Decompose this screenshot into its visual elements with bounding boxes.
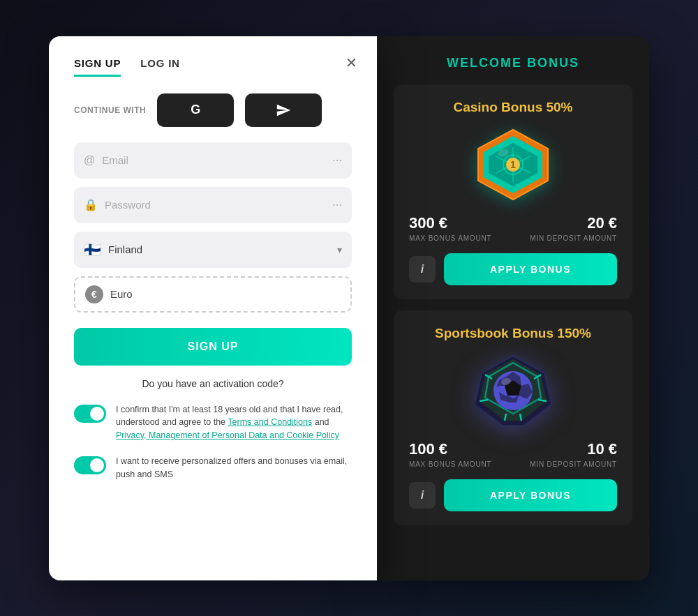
terms-toggle-row: I confirm that I'm at least 18 years old… [74, 403, 352, 442]
euro-icon: € [85, 285, 103, 303]
sports-gem-icon [471, 352, 555, 429]
telegram-icon [276, 103, 291, 118]
flag-icon: 🇫🇮 [84, 241, 101, 258]
sports-min-deposit: 10 € MIN DEPOSIT AMOUNT [530, 440, 617, 468]
casino-bonus-percent: 50% [546, 100, 572, 114]
sports-bonus-percent: 150% [557, 326, 591, 340]
chevron-down-icon: ▾ [337, 244, 342, 255]
close-button[interactable]: ✕ [346, 54, 357, 71]
currency-label: Euro [110, 288, 133, 300]
telegram-signin-button[interactable] [245, 93, 322, 127]
casino-info-button[interactable]: i [409, 256, 436, 283]
password-field-group: 🔒 ⋯ [74, 187, 352, 223]
casino-bonus-title: Casino Bonus 50% [409, 100, 617, 115]
casino-bonus-image: 1 [409, 126, 617, 203]
activation-code-text: Do you have an activation code? [74, 378, 352, 389]
casino-apply-row: i APPLY BONUS [409, 253, 617, 285]
email-field-group: @ ⋯ [74, 142, 352, 179]
password-visibility-icon[interactable]: ⋯ [332, 200, 342, 211]
sports-apply-row: i APPLY BONUS [409, 479, 617, 511]
signup-button[interactable]: SIGN UP [74, 328, 352, 366]
sports-bonus-title: Sportsbook Bonus 150% [409, 326, 617, 341]
sports-max-amount: 100 € MAX BONUS AMOUNT [409, 440, 491, 468]
signup-panel: SIGN UP LOG IN ✕ CONTINUE WITH G @ ⋯ 🔒 ⋯… [49, 36, 377, 580]
offers-toggle-text: I want to receive personalized offers an… [116, 455, 352, 481]
offers-toggle[interactable] [74, 456, 106, 474]
tab-login[interactable]: LOG IN [140, 57, 179, 77]
password-input[interactable] [105, 199, 325, 211]
offers-toggle-row: I want to receive personalized offers an… [74, 455, 352, 481]
casino-max-amount: 300 € MAX BONUS AMOUNT [409, 214, 491, 242]
currency-field-group: € Euro [74, 276, 352, 313]
welcome-bonus-title: WELCOME BONUS [394, 56, 632, 70]
casino-apply-bonus-button[interactable]: APPLY BONUS [444, 253, 617, 285]
email-input[interactable] [102, 154, 325, 166]
modal-overlay: SIGN UP LOG IN ✕ CONTINUE WITH G @ ⋯ 🔒 ⋯… [0, 0, 698, 616]
tabs: SIGN UP LOG IN [74, 57, 352, 77]
lock-icon: 🔒 [84, 198, 98, 211]
email-extra-icon: ⋯ [332, 155, 342, 166]
sports-info-button[interactable]: i [409, 482, 436, 509]
terms-toggle[interactable] [74, 405, 106, 423]
sports-apply-bonus-button[interactable]: APPLY BONUS [444, 479, 617, 511]
sports-bonus-image [409, 352, 617, 429]
sports-bonus-amounts: 100 € MAX BONUS AMOUNT 10 € MIN DEPOSIT … [409, 440, 617, 468]
terms-conditions-link[interactable]: Terms and Conditions [228, 417, 312, 427]
continue-with-row: CONTINUE WITH G [74, 93, 352, 127]
casino-gem-icon: 1 [471, 126, 555, 203]
terms-toggle-text: I confirm that I'm at least 18 years old… [116, 403, 352, 442]
tab-signup[interactable]: SIGN UP [74, 57, 121, 77]
continue-with-label: CONTINUE WITH [74, 105, 146, 115]
country-label: Finland [108, 243, 330, 255]
casino-bonus-amounts: 300 € MAX BONUS AMOUNT 20 € MIN DEPOSIT … [409, 214, 617, 242]
bonus-panel: WELCOME BONUS Casino Bonus 50% [377, 36, 649, 580]
casino-min-deposit: 20 € MIN DEPOSIT AMOUNT [530, 214, 617, 242]
google-signin-button[interactable]: G [157, 93, 234, 127]
casino-bonus-card: Casino Bonus 50% [394, 84, 632, 299]
privacy-policy-link[interactable]: Privacy, Management of Personal Data and… [116, 430, 339, 440]
svg-text:1: 1 [510, 159, 516, 170]
email-icon: @ [84, 154, 95, 167]
country-select[interactable]: 🇫🇮 Finland ▾ [74, 232, 352, 268]
sports-bonus-card: Sportsbook Bonus 150% [394, 310, 632, 525]
